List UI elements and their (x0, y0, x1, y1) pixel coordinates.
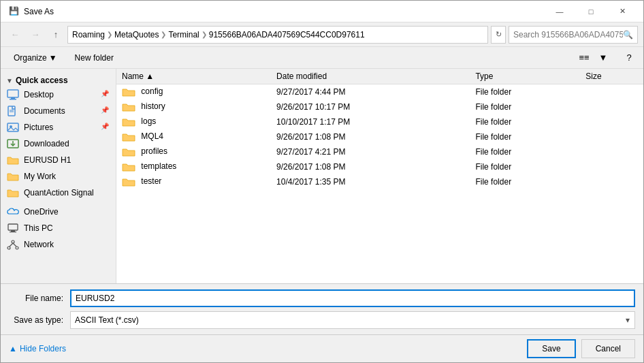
folder-icon (6, 186, 20, 200)
desktop-icon (6, 88, 20, 101)
filename-label: File name: (9, 294, 70, 303)
save-as-dialog: 💾 Save As — □ ✕ ← → ↑ Roaming ❯ MetaQuot… (0, 0, 644, 363)
svg-rect-1 (11, 97, 15, 99)
svg-rect-0 (7, 90, 18, 97)
title-bar: 💾 Save As — □ ✕ (1, 1, 643, 22)
breadcrumb-current: 915566BA06ADA407569C544CC0D97611 (209, 30, 365, 40)
svg-point-15 (16, 247, 18, 249)
pin-icon: 📌 (101, 123, 110, 132)
maximize-button[interactable]: □ (575, 1, 607, 22)
col-size[interactable]: Size (580, 69, 643, 84)
table-row[interactable]: tester 10/4/2017 1:35 PM File folder (116, 174, 643, 189)
svg-line-16 (10, 243, 13, 247)
sidebar-item-documents[interactable]: Documents 📌 (1, 103, 116, 119)
quick-access-arrow: ▼ (6, 77, 13, 84)
search-box[interactable]: 🔍 (509, 26, 638, 44)
col-date[interactable]: Date modified (271, 69, 470, 84)
hide-folders-button[interactable]: ▲ Hide Folders (9, 344, 66, 353)
view-dropdown-button[interactable]: ▼ (594, 49, 612, 67)
sidebar-item-eurusd[interactable]: EURUSD H1 (1, 152, 116, 168)
quick-access-section: ▼ Quick access Desktop 📌 Documents 📌 (1, 72, 116, 201)
table-row[interactable]: profiles 9/27/2017 4:21 PM File folder (116, 144, 643, 159)
breadcrumb-metaquotes: MetaQuotes (114, 30, 159, 40)
downloaded-icon (6, 137, 20, 151)
table-row[interactable]: history 9/26/2017 10:17 PM File folder (116, 99, 643, 114)
save-button[interactable]: Save (527, 339, 575, 358)
thispc-icon (6, 221, 20, 235)
svg-rect-10 (8, 224, 18, 230)
sidebar-item-quantaction[interactable]: QuantAction Signal (1, 185, 116, 201)
window-controls: — □ ✕ (544, 1, 638, 22)
sidebar-item-pictures[interactable]: Pictures 📌 (1, 119, 116, 136)
svg-point-13 (12, 240, 14, 243)
sidebar-item-thispc[interactable]: This PC (1, 220, 116, 236)
table-row[interactable]: templates 9/26/2017 1:08 PM File folder (116, 159, 643, 174)
folder-icon (6, 153, 20, 167)
svg-point-14 (7, 247, 10, 249)
svg-rect-3 (8, 106, 15, 116)
organize-toolbar: Organize ▼ New folder ≡≡ ▼ ? (1, 47, 643, 69)
sidebar-item-desktop[interactable]: Desktop 📌 (1, 86, 116, 103)
breadcrumb-bar[interactable]: Roaming ❯ MetaQuotes ❯ Terminal ❯ 915566… (67, 26, 488, 44)
nav-toolbar: ← → ↑ Roaming ❯ MetaQuotes ❯ Terminal ❯ … (1, 22, 643, 47)
breadcrumb-terminal: Terminal (168, 30, 199, 40)
file-list: Name ▲ Date modified Type Size (116, 69, 643, 189)
sidebar-item-my-work[interactable]: My Work (1, 168, 116, 185)
svg-line-17 (13, 243, 16, 247)
bottom-area: File name: Save as type: ASCII Text (*.c… (1, 283, 643, 334)
folder-icon (6, 170, 20, 183)
quick-access-header[interactable]: ▼ Quick access (1, 72, 116, 86)
main-area: ▼ Quick access Desktop 📌 Documents 📌 (1, 69, 643, 283)
filetype-select-wrapper: ASCII Text (*.csv) (70, 311, 635, 329)
search-input[interactable] (513, 30, 623, 40)
minimize-button[interactable]: — (544, 1, 575, 22)
footer-buttons: Save Cancel (527, 339, 635, 358)
pin-icon: 📌 (101, 106, 110, 116)
filetype-label: Save as type: (9, 315, 70, 325)
breadcrumb-roaming: Roaming (72, 30, 105, 40)
forward-button[interactable]: → (27, 26, 44, 44)
search-icon: 🔍 (623, 30, 633, 40)
table-row[interactable]: config 9/27/2017 4:44 PM File folder (116, 84, 643, 100)
filetype-row: Save as type: ASCII Text (*.csv) (9, 311, 635, 329)
svg-rect-2 (10, 99, 16, 100)
col-type[interactable]: Type (470, 69, 580, 84)
svg-rect-11 (11, 230, 15, 232)
onedrive-icon (6, 205, 20, 219)
network-icon (6, 238, 20, 251)
help-button[interactable]: ? (620, 49, 638, 67)
collapse-icon: ▲ (9, 344, 17, 353)
up-button[interactable]: ↑ (47, 26, 65, 44)
close-button[interactable]: ✕ (607, 1, 638, 22)
svg-rect-12 (10, 232, 16, 232)
back-button[interactable]: ← (6, 26, 24, 44)
refresh-button[interactable]: ↻ (491, 26, 506, 44)
window-title: Save As (24, 7, 544, 16)
window-icon: 💾 (9, 6, 20, 17)
organize-button[interactable]: Organize ▼ (6, 50, 65, 66)
sidebar: ▼ Quick access Desktop 📌 Documents 📌 (1, 69, 116, 283)
file-list-container: Name ▲ Date modified Type Size (116, 69, 643, 283)
filetype-select[interactable]: ASCII Text (*.csv) (70, 311, 635, 329)
pictures-icon (6, 121, 20, 134)
table-row[interactable]: logs 10/10/2017 1:17 PM File folder (116, 114, 643, 129)
filename-row: File name: (9, 289, 635, 307)
col-name[interactable]: Name ▲ (116, 69, 271, 84)
view-options-button[interactable]: ≡≡ (575, 49, 593, 67)
view-controls: ≡≡ ▼ ? (575, 49, 638, 67)
footer: ▲ Hide Folders Save Cancel (1, 334, 643, 362)
sidebar-item-network[interactable]: Network (1, 236, 116, 253)
filename-input[interactable] (70, 289, 635, 307)
pin-icon: 📌 (101, 90, 110, 99)
new-folder-button[interactable]: New folder (67, 50, 121, 66)
documents-icon (6, 104, 20, 118)
table-row[interactable]: MQL4 9/26/2017 1:08 PM File folder (116, 129, 643, 144)
svg-rect-6 (7, 123, 18, 131)
sidebar-item-onedrive[interactable]: OneDrive (1, 204, 116, 220)
sidebar-item-downloaded[interactable]: Downloaded (1, 136, 116, 152)
cancel-button[interactable]: Cancel (581, 339, 635, 358)
